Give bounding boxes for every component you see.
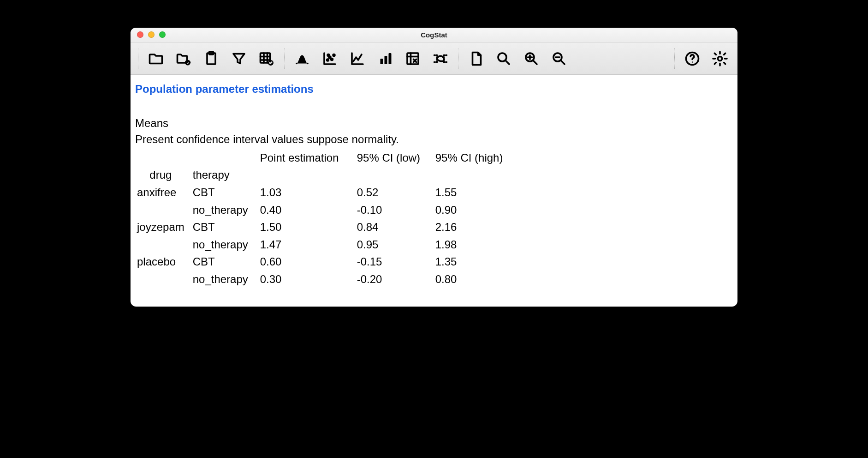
cell-ci-high: 1.55 <box>435 184 514 201</box>
folder-view-icon[interactable] <box>171 46 196 72</box>
col-ci-high: 95% CI (high) <box>435 149 514 167</box>
svg-point-8 <box>333 54 335 56</box>
cell-drug: placebo <box>135 253 191 271</box>
minimize-window-button[interactable] <box>148 31 155 38</box>
cell-drug <box>135 201 191 219</box>
cell-drug <box>135 236 191 253</box>
output-pane[interactable]: Population parameter estimations Means P… <box>131 75 737 307</box>
cell-ci-high: 1.35 <box>435 253 514 271</box>
clipboard-icon[interactable] <box>198 46 224 72</box>
table-header-row: Point estimation 95% CI (low) 95% CI (hi… <box>135 149 514 167</box>
scatter-icon[interactable] <box>317 46 343 72</box>
close-window-button[interactable] <box>137 31 143 38</box>
index-drug: drug <box>135 166 191 184</box>
cell-point-estimation: 0.60 <box>260 253 357 271</box>
zoom-in-icon[interactable] <box>518 46 544 72</box>
window-controls <box>137 31 166 38</box>
cell-point-estimation: 1.03 <box>260 184 357 201</box>
advanced-icon[interactable] <box>428 46 453 72</box>
zoom-out-icon[interactable] <box>546 46 572 72</box>
output-subhead: Means <box>135 115 733 131</box>
toolbar-separator <box>674 48 675 69</box>
app-window: CogStat <box>131 28 737 307</box>
zoom-window-button[interactable] <box>159 31 166 38</box>
toolbar <box>131 42 737 75</box>
toolbar-separator <box>458 48 458 69</box>
table-check-icon[interactable] <box>254 46 279 72</box>
cell-ci-high: 1.98 <box>435 236 514 253</box>
cell-drug: joyzepam <box>135 218 191 236</box>
cell-ci-low: -0.10 <box>357 201 435 219</box>
cell-therapy: CBT <box>191 218 260 236</box>
cell-drug <box>135 271 191 288</box>
cell-point-estimation: 1.50 <box>260 218 357 236</box>
toolbar-separator <box>284 48 285 69</box>
cell-ci-high: 0.80 <box>435 271 514 288</box>
line-chart-icon[interactable] <box>345 46 370 72</box>
svg-point-18 <box>692 61 693 62</box>
cell-ci-low: -0.15 <box>357 253 435 271</box>
cell-point-estimation: 0.30 <box>260 271 357 288</box>
cell-ci-low: -0.20 <box>357 271 435 288</box>
cell-therapy: CBT <box>191 253 260 271</box>
page-icon[interactable] <box>463 46 489 72</box>
section-title: Population parameter estimations <box>135 81 733 97</box>
cell-ci-low: 0.95 <box>357 236 435 253</box>
table-row: no_therapy0.30-0.200.80 <box>135 271 514 288</box>
cell-therapy: CBT <box>191 184 260 201</box>
cell-ci-high: 2.16 <box>435 218 514 236</box>
toolbar-separator <box>138 48 138 69</box>
settings-icon[interactable] <box>707 46 733 72</box>
cell-ci-low: 0.84 <box>357 218 435 236</box>
pivot-icon[interactable] <box>400 46 426 72</box>
cell-point-estimation: 0.40 <box>260 201 357 219</box>
estimations-table: Point estimation 95% CI (low) 95% CI (hi… <box>135 149 514 288</box>
cell-therapy: no_therapy <box>191 236 260 253</box>
table-row: no_therapy1.470.951.98 <box>135 236 514 253</box>
cell-therapy: no_therapy <box>191 201 260 219</box>
filter-icon[interactable] <box>226 46 252 72</box>
cell-drug: anxifree <box>135 184 191 201</box>
window-title: CogStat <box>421 31 447 39</box>
svg-rect-12 <box>389 53 392 64</box>
cell-ci-low: 0.52 <box>357 184 435 201</box>
svg-rect-10 <box>380 59 383 64</box>
output-note: Present confidence interval values suppo… <box>135 132 733 147</box>
table-row: anxifreeCBT1.030.521.55 <box>135 184 514 201</box>
toolbar-spacer <box>574 46 670 72</box>
folder-open-icon[interactable] <box>143 46 169 72</box>
table-index-row: drug therapy <box>135 166 514 184</box>
table-row: placeboCBT0.60-0.151.35 <box>135 253 514 271</box>
svg-point-19 <box>718 56 722 60</box>
distribution-icon[interactable] <box>289 46 315 72</box>
table-row: no_therapy0.40-0.100.90 <box>135 201 514 219</box>
svg-point-7 <box>331 58 333 60</box>
titlebar[interactable]: CogStat <box>131 28 737 42</box>
col-point-estimation: Point estimation <box>260 149 357 167</box>
cell-point-estimation: 1.47 <box>260 236 357 253</box>
svg-point-5 <box>327 59 329 61</box>
index-therapy: therapy <box>191 166 260 184</box>
col-ci-low: 95% CI (low) <box>357 149 435 167</box>
bar-chart-icon[interactable] <box>372 46 398 72</box>
svg-point-9 <box>327 54 329 56</box>
svg-rect-11 <box>385 56 387 64</box>
table-row: joyzepamCBT1.500.842.16 <box>135 218 514 236</box>
help-icon[interactable] <box>679 46 705 72</box>
cell-therapy: no_therapy <box>191 271 260 288</box>
cell-ci-high: 0.90 <box>435 201 514 219</box>
search-icon[interactable] <box>491 46 517 72</box>
